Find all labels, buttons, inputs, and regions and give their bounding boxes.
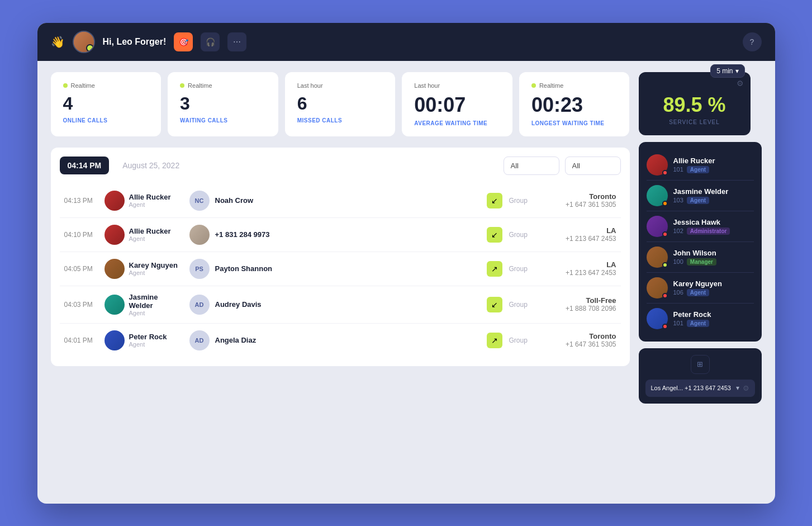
call-time: 04:01 PM: [64, 337, 98, 344]
agent-list-item[interactable]: Karey Nguyen 106 Agent: [647, 273, 754, 304]
gear-icon-phone[interactable]: ⚙: [743, 384, 749, 392]
agent-list-item[interactable]: Jessica Hawk 102 Administrator: [647, 211, 754, 242]
call-table: 04:14 PM August 25, 2022 All All 04:13 P…: [51, 148, 630, 366]
location-city: LA: [549, 226, 616, 235]
table-date: August 25, 2022: [122, 161, 179, 170]
phone-select-row[interactable]: Los Angel... +1 213 647 2453 ▾ ⚙: [645, 380, 755, 397]
call-location: LA +1 213 647 2453: [549, 226, 616, 243]
location-number: +1 213 647 2453: [549, 269, 616, 277]
call-rows-container: 04:13 PM Allie Rucker Agent NC Noah Crow…: [60, 184, 621, 357]
realtime-dot2: [180, 83, 184, 88]
location-city: Toll-Free: [549, 296, 616, 305]
stat-sublabel-avg: AVERAGE WAITING TIME: [414, 120, 500, 126]
call-direction-badge: ↗: [487, 333, 502, 348]
location-city: Toronto: [549, 192, 616, 201]
user-avatar[interactable]: [73, 31, 95, 53]
call-direction-badge: ↙: [487, 193, 502, 208]
agent-name: Peter Rock: [129, 333, 167, 341]
location-city: LA: [549, 260, 616, 269]
agent-role: Agent: [129, 269, 178, 276]
stat-value-missed: 6: [297, 93, 383, 114]
agent-role: Agent: [129, 341, 167, 348]
agent-avatar: [105, 295, 125, 315]
help-button[interactable]: ?: [743, 32, 762, 51]
table-row[interactable]: 04:03 PM Jasmine Welder Agent AD Audrey …: [60, 286, 621, 324]
stat-type-waiting: Realtime: [180, 82, 266, 89]
agent-avatar: [105, 330, 125, 350]
agent-list-name: Karey Nguyen: [673, 279, 754, 288]
agent-name: Allie Rucker: [129, 227, 171, 235]
call-direction-badge: ↗: [487, 261, 502, 277]
agent-status-dot: [662, 324, 668, 329]
stat-card-online-calls: Realtime 4 ONLINE CALLS: [51, 72, 162, 136]
table-row[interactable]: 04:13 PM Allie Rucker Agent NC Noah Crow…: [60, 184, 621, 218]
agent-avatar: [105, 259, 125, 279]
grid-button[interactable]: ⊞: [691, 355, 710, 374]
caller-avatar: NC: [189, 191, 210, 211]
table-row[interactable]: 04:10 PM Allie Rucker Agent +1 831 284 9…: [60, 218, 621, 252]
stats-row: Realtime 4 ONLINE CALLS Realtime 3 WAITI…: [51, 72, 630, 136]
agent-extension: 102: [673, 228, 683, 234]
stat-sublabel-missed: MISSED CALLS: [297, 117, 383, 124]
help-icon: ?: [750, 37, 754, 46]
bottom-controls: ⊞ Los Angel... +1 213 647 2453 ▾ ⚙: [639, 348, 762, 404]
stat-sublabel-online: ONLINE CALLS: [63, 117, 149, 124]
greeting-text: Hi, Leo Forger!: [103, 37, 167, 47]
call-group: Group: [509, 197, 543, 205]
caller-name: Noah Crow: [215, 196, 254, 205]
call-location: LA +1 213 647 2453: [549, 260, 616, 277]
agents-list: Allie Rucker 101 Agent Jasmine Welder 10…: [647, 150, 754, 334]
stat-value-longest: 00:23: [531, 93, 618, 117]
agent-extension: 106: [673, 289, 683, 296]
realtime-dot: [63, 83, 68, 88]
call-location: Toronto +1 647 361 5305: [549, 192, 616, 208]
call-direction-badge: ↙: [487, 297, 502, 312]
agent-list-item[interactable]: Allie Rucker 101 Agent: [647, 150, 754, 181]
agent-list-name: Jasmine Welder: [673, 187, 754, 196]
location-city: Toronto: [549, 332, 616, 340]
stat-sublabel-longest: LONGEST WAITING TIME: [531, 120, 618, 126]
caller-info: NC Noah Crow: [189, 191, 480, 211]
agent-status-dot: [662, 170, 668, 176]
agent-avatar: [105, 225, 125, 245]
agents-panel: Allie Rucker 101 Agent Jasmine Welder 10…: [639, 142, 762, 342]
call-direction-badge: ↙: [487, 227, 502, 243]
header-left: 👋 Hi, Leo Forger! 🎯 🎧 ⋯: [51, 31, 247, 53]
chevron-down-icon-phone: ▾: [736, 384, 739, 392]
call-time: 04:13 PM: [64, 197, 98, 205]
headset-button[interactable]: 🎧: [201, 32, 220, 51]
agent-status-dot: [662, 293, 668, 298]
agent-role: Agent: [129, 235, 171, 242]
call-group: Group: [509, 265, 543, 273]
agent-list-avatar: [647, 308, 668, 329]
stat-card-waiting-calls: Realtime 3 WAITING CALLS: [168, 72, 278, 136]
agent-list-item[interactable]: Jasmine Welder 103 Agent: [647, 181, 754, 211]
chevron-down-icon: ▾: [735, 67, 739, 75]
stat-type-online: Realtime: [63, 82, 149, 89]
agent-role-badge: Manager: [687, 258, 716, 266]
location-number: +1 647 361 5305: [549, 340, 616, 348]
filter-selects: All All: [504, 157, 621, 175]
agent-list-avatar: [647, 247, 668, 268]
caller-avatar: AD: [189, 330, 210, 350]
camera-button[interactable]: 🎯: [174, 32, 193, 51]
filter-select-1[interactable]: All: [504, 157, 559, 175]
wave-icon: 👋: [51, 35, 65, 49]
agent-list-item[interactable]: John Wilson 100 Manager: [647, 242, 754, 273]
stat-value-online: 4: [63, 93, 149, 114]
agent-status-dot: [662, 262, 668, 268]
settings-icon[interactable]: ⚙: [737, 79, 744, 88]
service-level-value: 89.5 %: [649, 93, 740, 117]
main-content: Realtime 4 ONLINE CALLS Realtime 3 WAITI…: [37, 61, 775, 415]
stat-type-missed: Last hour: [297, 82, 383, 89]
current-time-badge: 04:14 PM: [60, 157, 110, 174]
agent-list-avatar: [647, 154, 668, 176]
agent-list-item[interactable]: Peter Rock 101 Agent: [647, 304, 754, 334]
time-filter-badge[interactable]: 5 min ▾: [710, 64, 744, 78]
table-row[interactable]: 04:01 PM Peter Rock Agent AD Angela Diaz…: [60, 324, 621, 357]
table-row[interactable]: 04:05 PM Karey Nguyen Agent PS Payton Sh…: [60, 252, 621, 286]
agent-extension: 101: [673, 166, 683, 173]
agent-status-dot: [662, 201, 668, 206]
more-button[interactable]: ⋯: [227, 32, 246, 51]
filter-select-2[interactable]: All: [565, 157, 621, 175]
